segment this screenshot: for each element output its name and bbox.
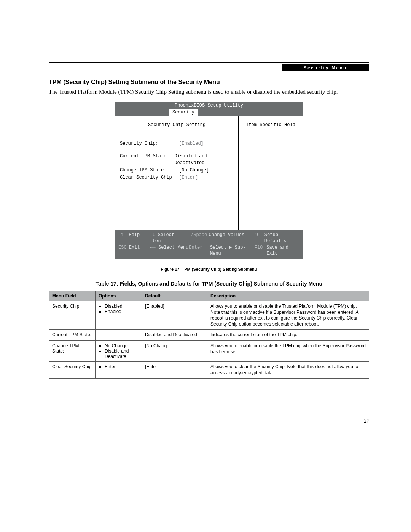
th-description: Description [207, 291, 369, 301]
bios-right-panel: Item Specific Help [239, 116, 303, 230]
header-strip: Security Menu [49, 64, 369, 72]
arrows-lr-icon: ←→ [150, 245, 155, 250]
cell-options: Enter [96, 361, 142, 378]
cell-field: Change TPM State: [49, 340, 96, 361]
key-help: Help [129, 232, 150, 244]
cell-field: Current TPM State: [49, 330, 96, 341]
bios-tabbar: Security [115, 109, 303, 116]
option-item: Enter [105, 364, 139, 369]
figure-caption: Figure 17. TPM (Security Chip) Setting S… [49, 267, 369, 272]
cell-options: — [96, 330, 142, 341]
cell-default: [No Change] [142, 340, 207, 361]
key-enter: Enter [189, 244, 210, 257]
table-row: Security Chip:DisabledEnabled[Enabled]Al… [49, 301, 369, 330]
field-label: Current TPM State: [120, 153, 174, 167]
header-badge: Security Menu [282, 64, 369, 71]
option-item: Disabled [105, 304, 139, 309]
key-exit: Exit [129, 244, 150, 257]
cell-field: Security Chip: [49, 301, 96, 330]
key-minus-space: -/Space [188, 232, 209, 244]
field-label: Change TPM State: [120, 167, 179, 174]
page: Security Menu TPM (Security Chip) Settin… [0, 0, 411, 532]
option-item: Disable and Deactivate [105, 348, 139, 359]
table-row: Clear Security ChipEnter[Enter]Allows yo… [49, 361, 369, 378]
bios-right-heading: Item Specific Help [239, 116, 303, 133]
bios-tab-security[interactable]: Security [169, 109, 198, 116]
bios-row-current-state: Current TPM State: Disabled and Deactiva… [120, 153, 235, 167]
field-label: Security Chip: [120, 140, 179, 147]
key-f10: F10 [255, 244, 267, 257]
save-and-exit: Save and Exit [266, 244, 299, 257]
arrows-ud-icon: ↑↓ [150, 232, 155, 238]
th-field: Menu Field [49, 291, 96, 301]
bios-left-panel: Security Chip Setting Security Chip: [En… [115, 116, 239, 230]
select-menu: Select Menu [158, 245, 188, 250]
cell-description: Indicates the current state of the TPM c… [207, 330, 369, 341]
option-item: Enabled [105, 309, 139, 314]
option-item: No Change [105, 343, 139, 348]
field-value: [Enabled] [179, 140, 204, 147]
cell-field: Clear Security Chip [49, 361, 96, 378]
key-f1: F1 [118, 232, 129, 244]
cell-default: Disabled and Deactivated [142, 330, 207, 341]
bios-row-clear-chip[interactable]: Clear Security Chip [Enter] [120, 174, 235, 181]
bios-footer: F1 Help ↑↓ Select Item -/Space Change Va… [115, 230, 303, 259]
cell-options: DisabledEnabled [96, 301, 142, 330]
table-caption: Table 17: Fields, Options and Defaults f… [49, 281, 369, 287]
field-label: Clear Security Chip [120, 174, 179, 181]
key-f9: F9 [253, 232, 264, 244]
table-row: Change TPM State:No ChangeDisable and De… [49, 340, 369, 361]
cell-default: [Enter] [142, 361, 207, 378]
cell-options: No ChangeDisable and Deactivate [96, 340, 142, 361]
select-submenu: Select ▶ Sub-Menu [210, 244, 255, 257]
top-rule [49, 62, 369, 63]
page-number: 27 [364, 418, 369, 424]
bios-title: PhoenixBIOS Setup Utility [115, 102, 303, 109]
table-row: Current TPM State:—Disabled and Deactiva… [49, 330, 369, 341]
th-options: Options [96, 291, 142, 301]
cell-description: Allows you to enable or disable the Trus… [207, 301, 369, 330]
intro-paragraph: The Trusted Platform Module (TPM) Securi… [49, 88, 369, 96]
bios-screenshot: PhoenixBIOS Setup Utility Security Secur… [115, 102, 303, 259]
field-value: [No Change] [179, 167, 209, 174]
cell-description: Allows you to enable or disable the TPM … [207, 340, 369, 361]
setup-defaults: Setup Defaults [264, 232, 299, 244]
bios-left-heading: Security Chip Setting [115, 116, 238, 133]
bios-row-security-chip[interactable]: Security Chip: [Enabled] [120, 140, 235, 147]
field-value: Disabled and Deactivated [174, 153, 235, 167]
section-title: TPM (Security Chip) Setting Submenu of t… [49, 79, 369, 86]
cell-description: Allows you to clear the Security Chip. N… [207, 361, 369, 378]
cell-default: [Enabled] [142, 301, 207, 330]
th-default: Default [142, 291, 207, 301]
options-table: Menu Field Options Default Description S… [49, 291, 369, 379]
change-values: Change Values [209, 232, 253, 244]
key-esc: ESC [118, 244, 129, 257]
field-value: [Enter] [179, 174, 198, 181]
bios-row-change-state[interactable]: Change TPM State: [No Change] [120, 167, 235, 174]
